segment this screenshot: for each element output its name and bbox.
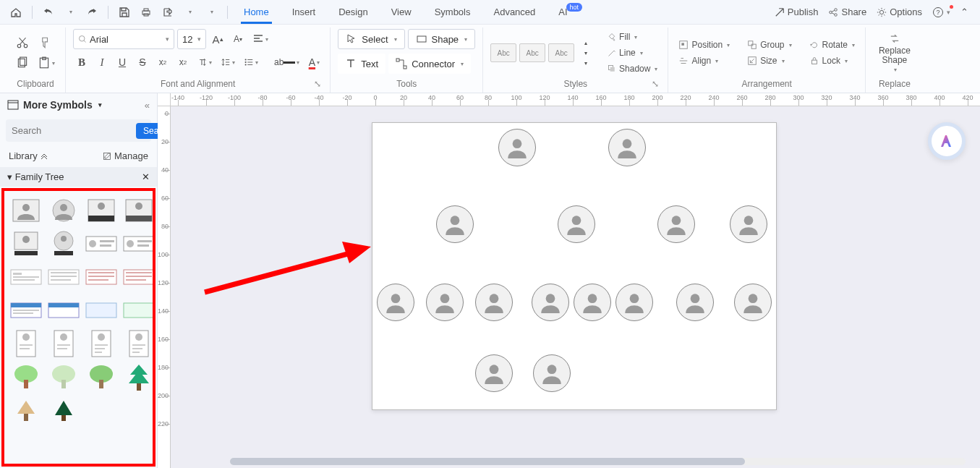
save-button[interactable]: [114, 3, 135, 22]
font-color-button[interactable]: A: [305, 54, 323, 71]
style-gallery-down[interactable]: ▾: [577, 48, 595, 58]
person-shape[interactable]: [475, 354, 513, 392]
home-icon[interactable]: [6, 3, 26, 22]
shape-thumbnail[interactable]: [48, 263, 80, 291]
qat-customize[interactable]: [201, 3, 221, 22]
line-spacing-button[interactable]: [218, 54, 238, 71]
rotate-button[interactable]: Rotate: [806, 38, 858, 51]
shape-thumbnail[interactable]: [123, 297, 155, 324]
paste-button[interactable]: [35, 54, 58, 72]
search-input[interactable]: [9, 122, 136, 139]
person-shape[interactable]: [436, 205, 474, 243]
text-spacing-button[interactable]: T: [195, 54, 215, 71]
shape-thumbnail[interactable]: [10, 263, 42, 291]
subscript-button[interactable]: x2: [174, 54, 192, 71]
lock-button[interactable]: Lock: [806, 54, 858, 67]
category-header[interactable]: ▾ Family Tree ✕: [0, 167, 157, 187]
tab-ai[interactable]: AIhot: [555, 1, 587, 23]
tab-advanced[interactable]: Advanced: [490, 1, 538, 23]
shape-thumbnail[interactable]: [48, 363, 80, 391]
collapse-panel-button[interactable]: «: [145, 100, 150, 111]
shape-thumbnail[interactable]: [123, 330, 155, 357]
person-shape[interactable]: [657, 205, 695, 243]
person-shape[interactable]: [574, 284, 611, 321]
person-shape[interactable]: [730, 205, 767, 243]
shape-thumbnail[interactable]: [48, 297, 80, 324]
person-shape[interactable]: [608, 129, 646, 166]
bullets-button[interactable]: [241, 54, 261, 71]
text-tool-button[interactable]: Text: [338, 54, 385, 74]
style-gallery-more[interactable]: ▾: [577, 58, 595, 68]
dialog-launcher-icon[interactable]: ⤡: [312, 79, 323, 89]
close-category-icon[interactable]: ✕: [142, 171, 150, 182]
font-family-select[interactable]: Arial▾: [73, 29, 174, 49]
tab-home[interactable]: Home: [241, 1, 272, 23]
bold-button[interactable]: B: [73, 54, 90, 71]
shape-thumbnail[interactable]: [85, 230, 117, 258]
person-shape[interactable]: [426, 284, 464, 321]
help-button[interactable]: ?▾: [932, 7, 950, 18]
options-button[interactable]: Options: [877, 7, 922, 17]
shape-thumbnail[interactable]: [85, 297, 117, 324]
copy-button[interactable]: [13, 54, 32, 72]
style-preset[interactable]: Abc: [490, 43, 516, 62]
undo-button[interactable]: [38, 3, 59, 22]
underline-button[interactable]: U: [114, 54, 131, 71]
publish-button[interactable]: Publish: [775, 7, 819, 17]
canvas-area[interactable]: -140-120-100-80-60-40-200204060801001201…: [158, 93, 980, 468]
shape-thumbnail[interactable]: [85, 363, 117, 391]
shape-thumbnail[interactable]: [10, 363, 42, 391]
tab-symbols[interactable]: Symbols: [432, 1, 474, 23]
person-shape[interactable]: [498, 129, 536, 166]
shape-thumbnail[interactable]: [10, 297, 42, 324]
collapse-ribbon-button[interactable]: ⌃: [960, 7, 968, 17]
redo-button[interactable]: [82, 3, 102, 22]
style-gallery-up[interactable]: ▴: [577, 38, 595, 48]
line-button[interactable]: Line: [605, 46, 660, 59]
italic-button[interactable]: I: [93, 54, 111, 71]
person-shape[interactable]: [615, 284, 653, 321]
person-shape[interactable]: [377, 284, 414, 321]
size-button[interactable]: Size: [744, 54, 794, 67]
panel-title[interactable]: More Symbols▾: [7, 99, 102, 111]
shape-thumbnail[interactable]: [123, 197, 155, 224]
shadow-button[interactable]: Shadow: [605, 62, 660, 75]
align-button[interactable]: Align: [676, 54, 733, 67]
shape-thumbnail[interactable]: [85, 197, 117, 224]
library-link[interactable]: Library: [9, 150, 48, 161]
select-tool-button[interactable]: Select: [338, 29, 404, 49]
increase-font-button[interactable]: A▴: [209, 30, 226, 48]
dialog-launcher-icon[interactable]: ⤡: [650, 79, 660, 89]
superscript-button[interactable]: x2: [154, 54, 171, 71]
cut-button[interactable]: [13, 34, 32, 51]
shape-thumbnail[interactable]: [123, 263, 155, 291]
shape-thumbnail[interactable]: [10, 197, 42, 224]
ai-assistant-fab[interactable]: [928, 122, 966, 160]
shape-tool-button[interactable]: Shape: [408, 29, 476, 49]
shape-thumbnail[interactable]: [85, 263, 117, 291]
fill-button[interactable]: Fill: [605, 30, 660, 43]
shape-thumbnail[interactable]: [10, 230, 42, 258]
tab-insert[interactable]: Insert: [289, 1, 319, 23]
shape-thumbnail[interactable]: [48, 230, 80, 258]
person-shape[interactable]: [676, 284, 714, 321]
tab-view[interactable]: View: [388, 1, 414, 23]
print-button[interactable]: [136, 3, 156, 22]
replace-shape-button[interactable]: Replace Shape: [873, 30, 916, 76]
position-button[interactable]: Position: [676, 38, 733, 51]
shape-thumbnail[interactable]: [123, 363, 155, 391]
person-shape[interactable]: [532, 284, 569, 321]
style-preset[interactable]: Abc: [519, 43, 545, 62]
undo-history-dropdown[interactable]: [60, 3, 80, 22]
person-shape[interactable]: [734, 284, 772, 321]
highlight-button[interactable]: ab: [271, 54, 302, 71]
shape-thumbnail[interactable]: [123, 230, 155, 258]
group-button[interactable]: Group: [744, 38, 794, 51]
horizontal-scrollbar[interactable]: [230, 458, 966, 465]
align-horizontal-button[interactable]: [250, 30, 271, 48]
share-button[interactable]: Share: [828, 7, 866, 17]
scrollbar-thumb[interactable]: [230, 458, 745, 465]
person-shape[interactable]: [533, 354, 571, 392]
manage-link[interactable]: Manage: [103, 150, 148, 161]
export-button[interactable]: [158, 3, 178, 22]
